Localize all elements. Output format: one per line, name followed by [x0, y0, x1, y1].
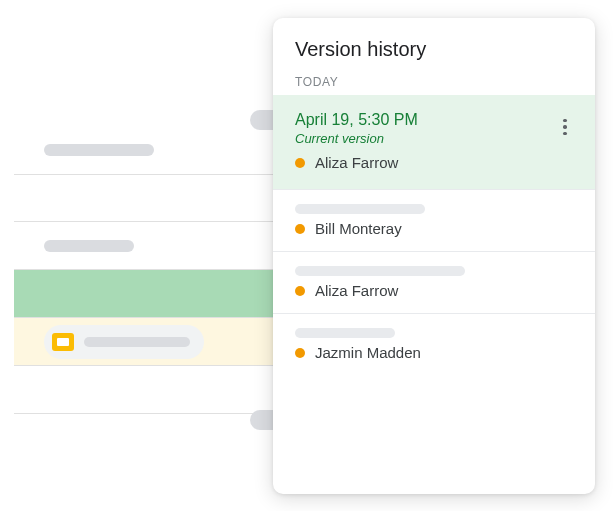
slides-icon — [52, 333, 74, 351]
timestamp-placeholder — [295, 204, 425, 214]
author-name: Jazmin Madden — [315, 344, 421, 361]
author-color-dot — [295, 348, 305, 358]
cell-placeholder — [44, 240, 134, 252]
panel-header: Version history TODAY — [273, 18, 595, 95]
author-color-dot — [295, 158, 305, 168]
version-timestamp: April 19, 5:30 PM — [295, 111, 573, 129]
author-name: Aliza Farrow — [315, 282, 398, 299]
author-color-dot — [295, 224, 305, 234]
timestamp-placeholder — [295, 328, 395, 338]
cell-placeholder — [44, 144, 154, 156]
version-item[interactable]: Bill Monteray — [273, 190, 595, 252]
version-item-current[interactable]: April 19, 5:30 PM Current version Aliza … — [273, 95, 595, 190]
slides-cell-chip[interactable] — [44, 325, 204, 359]
timestamp-placeholder — [295, 266, 465, 276]
author-name: Aliza Farrow — [315, 154, 398, 171]
section-label-today: TODAY — [295, 75, 573, 89]
chip-text-placeholder — [84, 337, 190, 347]
author-name: Bill Monteray — [315, 220, 402, 237]
version-sublabel: Current version — [295, 131, 573, 146]
author-row: Aliza Farrow — [295, 154, 573, 171]
author-row: Bill Monteray — [295, 220, 573, 237]
author-row: Aliza Farrow — [295, 282, 573, 299]
version-history-panel: Version history TODAY April 19, 5:30 PM … — [273, 18, 595, 494]
panel-title: Version history — [295, 38, 573, 61]
more-options-button[interactable] — [553, 115, 577, 139]
version-item[interactable]: Jazmin Madden — [273, 314, 595, 375]
version-item[interactable]: Aliza Farrow — [273, 252, 595, 314]
author-row: Jazmin Madden — [295, 344, 573, 361]
version-list: April 19, 5:30 PM Current version Aliza … — [273, 95, 595, 494]
author-color-dot — [295, 286, 305, 296]
